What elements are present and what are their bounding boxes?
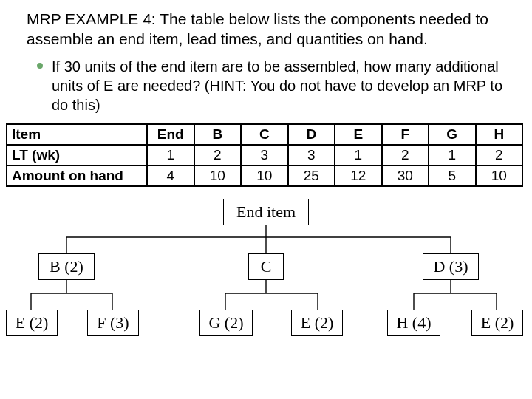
cell: 10 <box>476 166 523 186</box>
cell: 2 <box>476 145 523 166</box>
table-header-row: Item End B C D E F G H <box>7 124 522 145</box>
cell: 4 <box>147 166 194 186</box>
cell: 1 <box>147 145 194 166</box>
col-end: End <box>147 124 194 145</box>
table-row: LT (wk) 1 2 3 3 1 2 1 2 <box>7 145 522 166</box>
cell: 1 <box>335 145 382 166</box>
question-bullet: If 30 units of the end item are to be as… <box>0 52 532 120</box>
tree-node-b-e: E (2) <box>6 310 58 336</box>
tree-node-c-e: E (2) <box>291 310 343 336</box>
tree-node-d-e: E (2) <box>471 310 523 336</box>
table-row: Amount on hand 4 10 10 25 12 30 5 10 <box>7 166 522 186</box>
cell: 10 <box>194 166 242 186</box>
col-b: B <box>194 124 242 145</box>
cell: 3 <box>241 145 288 166</box>
tree-node-c-g: G (2) <box>200 310 253 336</box>
cell: 2 <box>382 145 429 166</box>
cell: 10 <box>241 166 288 186</box>
cell: 3 <box>288 145 335 166</box>
tree-node-d: D (3) <box>423 253 479 280</box>
col-d: D <box>288 124 335 145</box>
tree-node-c: C <box>248 253 284 280</box>
tree-node-b-f: F (3) <box>87 310 139 336</box>
bullet-icon <box>37 63 43 69</box>
cell: 2 <box>194 145 242 166</box>
cell: 1 <box>429 145 476 166</box>
col-e: E <box>335 124 382 145</box>
question-text: If 30 units of the end item are to be as… <box>52 57 505 115</box>
col-f: F <box>382 124 429 145</box>
row-label-onhand: Amount on hand <box>7 166 147 186</box>
tree-node-d-h: H (4) <box>387 310 440 336</box>
col-h: H <box>476 124 523 145</box>
row-label-lt: LT (wk) <box>7 145 147 166</box>
cell: 25 <box>288 166 335 186</box>
page-title: MRP EXAMPLE 4: The table below lists the… <box>0 0 532 52</box>
cell: 12 <box>335 166 382 186</box>
cell: 5 <box>429 166 476 186</box>
cell: 30 <box>382 166 429 186</box>
bom-tree: End item B (2) C D (3) E (2) F (3) G (2)… <box>0 194 532 372</box>
tree-node-end-item: End item <box>223 199 309 225</box>
tree-node-b: B (2) <box>38 253 95 280</box>
col-g: G <box>429 124 476 145</box>
col-c: C <box>241 124 288 145</box>
components-table: Item End B C D E F G H LT (wk) 1 2 3 3 1… <box>6 123 523 187</box>
col-item: Item <box>7 124 147 145</box>
